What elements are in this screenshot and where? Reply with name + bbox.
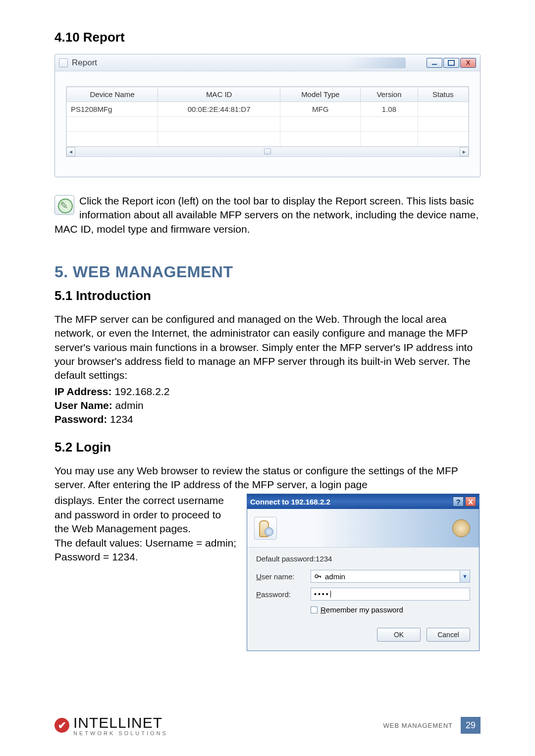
col-version[interactable]: Version <box>361 87 418 102</box>
titlebar-gloss <box>346 57 406 68</box>
col-mac-id[interactable]: MAC ID <box>158 87 280 102</box>
password-field-label: Password: <box>256 590 311 599</box>
horizontal-scrollbar[interactable]: ◄ ► <box>66 147 469 156</box>
key-graphic-icon <box>452 519 470 537</box>
brand-tagline: NETWORK SOLUTIONS <box>73 730 168 736</box>
report-icon <box>54 195 74 215</box>
heading-chapter-5: 5. WEB MANAGEMENT <box>54 263 481 281</box>
report-window-body: Device Name MAC ID Model Type Version St… <box>55 71 480 177</box>
password-value: 1234 <box>110 413 133 425</box>
username-value: admin <box>325 572 345 581</box>
report-title-icon <box>59 58 68 67</box>
heading-5-2: 5.2 Login <box>54 440 481 455</box>
scroll-thumb[interactable] <box>264 149 271 154</box>
help-button[interactable]: ? <box>453 497 464 506</box>
login-buttons: OK Cancel <box>256 628 470 642</box>
report-description: Click the Report icon (left) on the tool… <box>54 194 481 236</box>
password-row: Password: •••• <box>256 588 470 601</box>
default-password-line: Password: 1234 <box>54 412 481 426</box>
username-row: User name: admin ▼ <box>256 570 470 583</box>
cell-model-type: MFG <box>280 102 361 117</box>
user-value: admin <box>115 400 144 411</box>
table-row <box>67 132 469 147</box>
col-status[interactable]: Status <box>418 87 468 102</box>
heading-5-1: 5.1 Introduction <box>54 288 481 303</box>
cell-status <box>418 102 468 117</box>
table-row <box>67 117 469 132</box>
login-dialog-body: Default password:1234 User name: admin ▼… <box>247 548 479 651</box>
remember-label[interactable]: Remember my password <box>321 605 403 614</box>
user-key-icon <box>314 572 322 580</box>
login-dialog: Connect to 192.168.2.2 ? X Default passw… <box>247 494 480 651</box>
ip-label: IP Address: <box>54 386 112 397</box>
report-window-titlebar: Report <box>55 54 480 71</box>
cell-version: 1.08 <box>361 102 418 117</box>
ok-button[interactable]: OK <box>377 628 421 642</box>
default-ip-line: IP Address: 192.168.2.2 <box>54 385 481 399</box>
text-caret <box>330 591 331 598</box>
login-row: displays. Enter the correct username and… <box>54 494 481 651</box>
cancel-button[interactable]: Cancel <box>427 628 470 642</box>
password-masked-value: •••• <box>314 590 330 598</box>
login-paragraph-top: You may use any Web browser to review th… <box>54 464 481 492</box>
intro-paragraph: The MFP server can be configured and man… <box>54 312 481 383</box>
cell-mac-id: 00:0E:2E:44:81:D7 <box>158 102 280 117</box>
footer-section-label: WEB MANAGEMENT <box>383 722 453 729</box>
username-label: User name: <box>256 572 311 581</box>
brand-logo: ✔ INTELLINET NETWORK SOLUTIONS <box>54 714 168 736</box>
login-hint: Default password:1234 <box>256 554 470 563</box>
brand-name: INTELLINET <box>73 714 168 731</box>
logo-check-icon: ✔ <box>54 718 69 733</box>
cell-device-name: PS1208MFg <box>67 102 158 117</box>
username-combo[interactable]: admin ▼ <box>311 570 470 583</box>
password-label: Password: <box>54 413 107 425</box>
maximize-button[interactable] <box>443 58 459 68</box>
table-header-row: Device Name MAC ID Model Type Version St… <box>67 87 469 102</box>
scroll-left-arrow[interactable]: ◄ <box>66 147 75 156</box>
col-model-type[interactable]: Model Type <box>280 87 361 102</box>
report-description-text: Click the Report icon (left) on the tool… <box>54 195 479 235</box>
svg-rect-2 <box>320 576 321 578</box>
page-number-badge: 29 <box>461 717 481 734</box>
ip-value: 192.168.2.2 <box>114 386 169 397</box>
window-controls <box>427 58 476 68</box>
report-table: Device Name MAC ID Model Type Version St… <box>66 87 469 147</box>
login-banner <box>247 509 479 548</box>
report-window: Report Device Name MAC ID Model Type Ver… <box>54 54 481 177</box>
default-user-line: User Name: admin <box>54 399 481 412</box>
login-dialog-title: Connect to 192.168.2.2 <box>250 498 330 506</box>
login-title-controls: ? X <box>453 497 476 506</box>
col-device-name[interactable]: Device Name <box>67 87 158 102</box>
table-row[interactable]: PS1208MFg 00:0E:2E:44:81:D7 MFG 1.08 <box>67 102 469 117</box>
username-dropdown-arrow[interactable]: ▼ <box>460 570 470 582</box>
keychain-icon <box>254 517 277 540</box>
login-dialog-titlebar: Connect to 192.168.2.2 ? X <box>247 494 479 509</box>
remember-row: Remember my password <box>311 605 470 614</box>
footer-right: WEB MANAGEMENT 29 <box>383 717 481 734</box>
heading-4-10: 4.10 Report <box>54 30 481 45</box>
scroll-right-arrow[interactable]: ► <box>460 147 469 156</box>
password-input[interactable]: •••• <box>311 588 470 601</box>
login-close-button[interactable]: X <box>465 497 476 506</box>
user-label: User Name: <box>54 400 112 411</box>
close-button[interactable] <box>460 58 476 68</box>
remember-checkbox[interactable] <box>311 606 318 613</box>
report-window-title: Report <box>72 58 97 68</box>
report-table-container: Device Name MAC ID Model Type Version St… <box>66 86 469 157</box>
minimize-button[interactable] <box>427 58 442 68</box>
login-paragraph-left: displays. Enter the correct username and… <box>54 494 238 651</box>
page-footer: ✔ INTELLINET NETWORK SOLUTIONS WEB MANAG… <box>54 714 481 736</box>
